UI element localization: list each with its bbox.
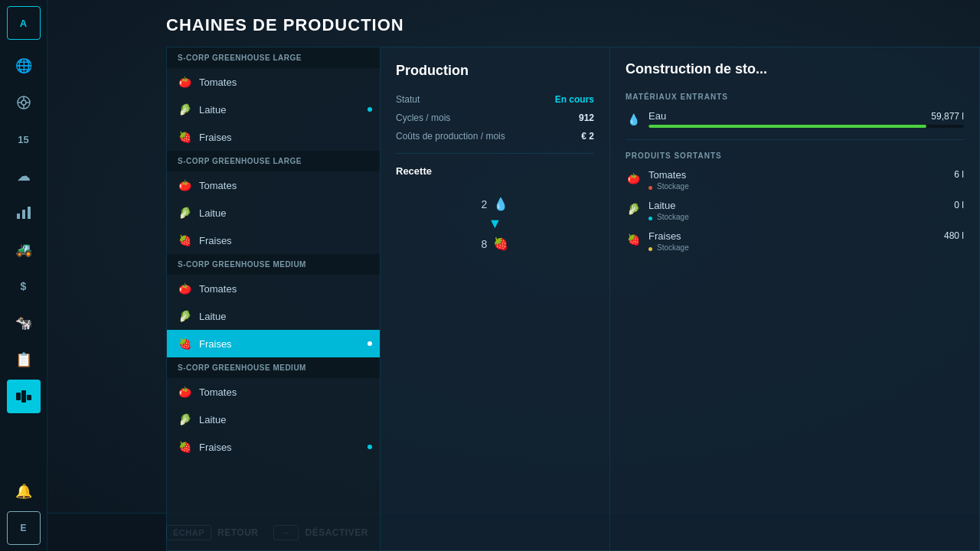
laitue-dot: [648, 217, 652, 220]
tomates-output-row: 🍅 Tomates 6 l Stockage: [626, 169, 964, 191]
sidebar-item-steering[interactable]: [7, 86, 41, 119]
sidebar-item-notification[interactable]: 🔔: [7, 474, 41, 508]
list-item-g3-fraises[interactable]: 🍓 Fraises: [167, 330, 380, 357]
main-content: CHAINES DE PRODUCTION S-CORP GREENHOUSE …: [47, 0, 980, 551]
couts-value: € 2: [581, 131, 594, 142]
fraises-output-icon: 🍓: [626, 232, 641, 247]
fraises-output-info: Fraises 480 l Stockage: [648, 230, 964, 252]
eau-name-row: Eau 59,877 l: [648, 110, 964, 122]
svg-rect-8: [28, 207, 31, 219]
laitue-output-amount: 0 l: [954, 200, 964, 211]
cycles-label: Cycles / mois: [396, 112, 450, 123]
fraises-output-row: 🍓 Fraises 480 l Stockage: [626, 230, 964, 252]
lettuce-icon-4: 🥬: [178, 412, 191, 426]
eau-amount: 59,877 l: [931, 111, 964, 122]
lettuce-icon: 🥬: [178, 103, 191, 116]
lettuce-icon-3: 🥬: [178, 309, 191, 323]
recette-title: Recette: [396, 165, 594, 177]
tomates-output-info: Tomates 6 l Stockage: [648, 169, 964, 191]
laitue-output-row: 🥬 Laitue 0 l Stockage: [626, 200, 964, 221]
couts-label: Coûts de production / mois: [396, 131, 505, 142]
list-item-g2-fraises[interactable]: 🍓 Fraises: [167, 227, 380, 254]
recipe-strawberry-amount: 8: [482, 238, 488, 250]
eau-material-row: 💧 Eau 59,877 l: [626, 110, 964, 128]
lettuce-icon-2: 🥬: [178, 206, 191, 220]
strawberry-icon-2: 🍓: [178, 233, 191, 247]
group-header-1: S-CORP GREENHOUSE LARGE: [167, 47, 380, 68]
laitue-output-icon: 🥬: [626, 201, 641, 217]
eau-info: Eau 59,877 l: [648, 110, 964, 128]
sidebar-item-production[interactable]: [7, 380, 41, 413]
strawberry-icon-4: 🍓: [178, 440, 191, 454]
list-item-g3-laitue[interactable]: 🥬 Laitue: [167, 302, 380, 330]
list-item-g2-tomates[interactable]: 🍅 Tomates: [167, 171, 380, 199]
fraises-output-label: Fraises: [648, 230, 681, 242]
sidebar-item-calendar[interactable]: 15: [7, 122, 41, 156]
list-item-g1-tomates[interactable]: 🍅 Tomates: [167, 68, 380, 96]
laitue-name-row: Laitue 0 l: [648, 200, 964, 211]
fraises-name-row: Fraises 480 l: [648, 230, 964, 242]
tomates-name-row: Tomates 6 l: [648, 169, 964, 181]
statut-row: Statut En cours: [396, 94, 594, 105]
statut-value: En cours: [555, 94, 594, 105]
recipe-water-amount: 2: [482, 198, 488, 210]
list-item-g4-laitue[interactable]: 🥬 Laitue: [167, 406, 380, 433]
list-item-g3-tomates[interactable]: 🍅 Tomates: [167, 275, 380, 302]
cycles-value: 912: [579, 112, 594, 123]
sidebar-item-animal[interactable]: 🐄: [7, 306, 41, 340]
water-material-icon: 💧: [626, 112, 641, 127]
recipe-visual: 2 💧 ▼ 8 🍓: [396, 189, 594, 259]
cycles-row: Cycles / mois 912: [396, 112, 594, 123]
list-item-g1-laitue[interactable]: 🥬 Laitue: [167, 96, 380, 123]
sidebar-item-e[interactable]: E: [7, 511, 41, 545]
construction-title: Construction de sto...: [626, 61, 964, 77]
sidebar-item-contracts[interactable]: 📋: [7, 343, 41, 377]
dot-indicator-4: [368, 445, 372, 449]
production-panel: Production Statut En cours Cycles / mois…: [381, 47, 610, 551]
svg-point-1: [21, 100, 26, 105]
sidebar-item-a[interactable]: A: [7, 6, 41, 40]
group-header-2: S-CORP GREENHOUSE LARGE: [167, 151, 380, 171]
laitue-output-label: Laitue: [648, 200, 675, 211]
sidebar-item-money[interactable]: $: [7, 269, 41, 303]
water-drop-icon: 💧: [493, 197, 508, 211]
couts-row: Coûts de production / mois € 2: [396, 131, 594, 142]
divider-2: [626, 139, 964, 140]
laitue-output-info: Laitue 0 l Stockage: [648, 200, 964, 221]
tomates-dot: [648, 186, 652, 190]
list-item-g4-fraises[interactable]: 🍓 Fraises: [167, 433, 380, 461]
sidebar-item-globe[interactable]: 🌐: [7, 49, 41, 83]
produits-header: PRODUITS SORTANTS: [626, 152, 964, 160]
tomates-output-amount: 6 l: [954, 169, 964, 181]
list-item-g1-fraises[interactable]: 🍓 Fraises: [167, 123, 380, 151]
recipe-water-row: 2 💧: [482, 197, 509, 211]
content-area: S-CORP GREENHOUSE LARGE 🍅 Tomates 🥬 Lait…: [47, 47, 980, 551]
page-header: CHAINES DE PRODUCTION: [47, 0, 980, 47]
list-item-g4-tomates[interactable]: 🍅 Tomates: [167, 378, 380, 406]
divider: [396, 153, 594, 154]
group-header-4: S-CORP GREENHOUSE MEDIUM: [167, 357, 380, 378]
dot-indicator: [368, 107, 372, 112]
tomato-icon-4: 🍅: [178, 385, 191, 399]
list-item-g2-laitue[interactable]: 🥬 Laitue: [167, 199, 380, 227]
strawberry-icon-3: 🍓: [178, 337, 191, 350]
page-title: CHAINES DE PRODUCTION: [166, 15, 980, 35]
sidebar-item-tractor[interactable]: 🚜: [7, 233, 41, 266]
laitue-storage: Stockage: [657, 213, 689, 221]
tomates-output-icon: 🍅: [626, 171, 641, 186]
eau-label: Eau: [648, 110, 666, 122]
sidebar-item-chart[interactable]: [7, 196, 41, 230]
tomates-output-label: Tomates: [648, 169, 686, 181]
sidebar-item-weather[interactable]: ☁: [7, 159, 41, 193]
sidebar: A 🌐 15 ☁ 🚜 $ 🐄 📋: [0, 0, 47, 551]
recipe-strawberry-row: 8 🍓: [482, 236, 509, 251]
list-panel: S-CORP GREENHOUSE LARGE 🍅 Tomates 🥬 Lait…: [166, 47, 381, 551]
svg-rect-6: [17, 214, 20, 219]
fraises-storage: Stockage: [657, 243, 689, 252]
strawberry-recipe-icon: 🍓: [493, 236, 508, 251]
eau-progress-fill: [648, 125, 926, 128]
fraises-output-amount: 480 l: [944, 230, 964, 242]
construction-panel: Construction de sto... MATÉRIAUX ENTRANT…: [610, 47, 980, 551]
tomates-storage: Stockage: [657, 182, 689, 191]
tomato-icon-3: 🍅: [178, 282, 191, 295]
